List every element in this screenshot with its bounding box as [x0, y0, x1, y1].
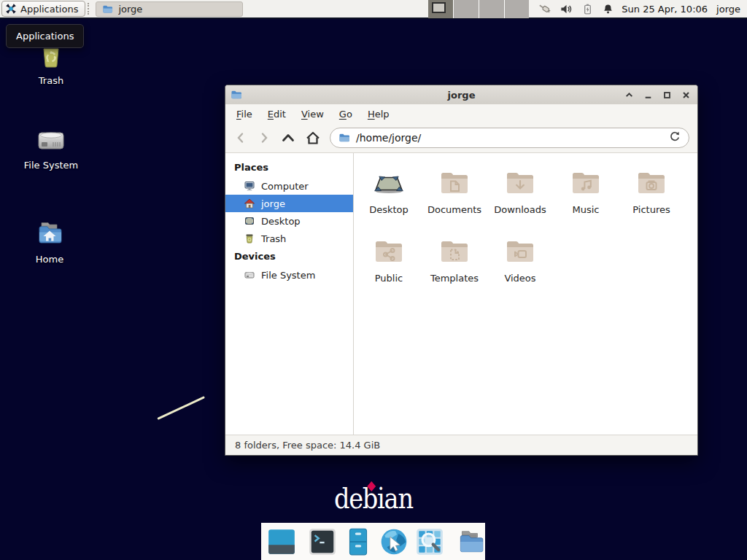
- dock-web-browser-button[interactable]: [379, 526, 409, 557]
- computer-icon: [244, 180, 255, 192]
- folder-downloads-label: Downloads: [494, 204, 546, 215]
- menu-help[interactable]: Help: [368, 109, 390, 120]
- location-folder-icon: [338, 132, 350, 144]
- applications-menu-button[interactable]: Applications: [1, 1, 85, 17]
- applications-menu-label: Applications: [20, 4, 78, 15]
- harddrive-icon: [244, 269, 255, 281]
- dock-file-cabinet-button[interactable]: [343, 526, 374, 557]
- show-desktop-icon: [266, 526, 297, 557]
- home-icon: [244, 198, 255, 209]
- folder-pictures-label: Pictures: [632, 204, 670, 215]
- music-folder-icon: [568, 166, 603, 201]
- sidebar-places-header: Places: [225, 158, 353, 177]
- folder-downloads[interactable]: Downloads: [487, 160, 553, 229]
- file-manager-icon: [455, 526, 486, 557]
- location-bar[interactable]: /home/jorge/: [330, 128, 689, 148]
- trash-icon: [244, 233, 255, 244]
- workspace-window-preview: [432, 2, 446, 13]
- up-button[interactable]: [280, 131, 296, 145]
- folder-desktop-label: Desktop: [369, 204, 409, 215]
- sidebar-item-filesystem-label: File System: [261, 270, 315, 281]
- shade-button[interactable]: [624, 90, 634, 100]
- sidebar-item-desktop[interactable]: Desktop: [225, 212, 353, 230]
- dock-terminal-button[interactable]: [307, 526, 338, 557]
- workspace-2[interactable]: [453, 0, 479, 18]
- workspace-3[interactable]: [479, 0, 504, 18]
- window-folder-icon: [231, 89, 242, 101]
- sidebar-devices-header: Devices: [225, 247, 353, 266]
- statusbar-text: 8 folders, Free space: 14.4 GiB: [235, 440, 380, 451]
- taskbar-folder-icon: [102, 4, 113, 15]
- forward-button[interactable]: [257, 131, 271, 145]
- pictures-folder-icon: [634, 166, 669, 201]
- panel-clock[interactable]: Sun 25 Apr, 10:06: [622, 4, 708, 15]
- public-folder-icon: [371, 234, 406, 269]
- file-list[interactable]: Desktop Documents: [354, 153, 697, 435]
- folder-pictures[interactable]: Pictures: [619, 160, 684, 229]
- desktop-surface-icon: [371, 166, 406, 201]
- menubar: File Edit View Go Help: [225, 104, 697, 123]
- sidebar-item-jorge[interactable]: jorge: [225, 195, 353, 212]
- folder-desktop[interactable]: Desktop: [356, 160, 422, 229]
- maximize-button[interactable]: [662, 90, 672, 100]
- top-panel: Applications jorge: [0, 0, 747, 19]
- applications-tooltip-text: Applications: [16, 31, 74, 42]
- sidebar-item-trash[interactable]: Trash: [225, 230, 353, 247]
- sidebar-item-jorge-label: jorge: [261, 198, 285, 209]
- reload-button[interactable]: [669, 131, 681, 145]
- workspace-4[interactable]: [504, 0, 530, 18]
- statusbar: 8 folders, Free space: 14.4 GiB: [225, 435, 697, 455]
- battery-icon[interactable]: [581, 2, 594, 16]
- sidebar-item-filesystem[interactable]: File System: [225, 266, 353, 284]
- menu-view[interactable]: View: [301, 109, 324, 120]
- sidebar-item-desktop-label: Desktop: [261, 216, 301, 227]
- folder-videos[interactable]: Videos: [487, 229, 553, 298]
- close-button[interactable]: [681, 90, 691, 100]
- dock: [261, 523, 485, 560]
- file-manager-window: jorge File Edit View Go Help: [225, 85, 698, 456]
- toolbar: /home/jorge/: [225, 123, 697, 153]
- panel-grip: [88, 3, 92, 15]
- folder-templates-label: Templates: [430, 273, 479, 284]
- window-title: jorge: [448, 90, 476, 101]
- taskbar-item-jorge[interactable]: jorge: [96, 1, 243, 17]
- wallpaper-line: [157, 396, 205, 420]
- dock-file-manager-button[interactable]: [455, 526, 486, 557]
- notification-bell-icon[interactable]: [602, 2, 614, 16]
- dock-app-finder-button[interactable]: [414, 526, 445, 557]
- desktop-icon-filesystem[interactable]: File System: [15, 122, 88, 171]
- sidebar-item-computer-label: Computer: [261, 181, 309, 192]
- volume-icon[interactable]: [560, 2, 573, 16]
- workspace-1[interactable]: [428, 0, 453, 18]
- folder-public[interactable]: Public: [356, 229, 422, 298]
- power-adapter-icon[interactable]: [538, 2, 551, 16]
- desktop-icon: [244, 215, 255, 227]
- minimize-button[interactable]: [643, 90, 653, 100]
- templates-folder-icon: [437, 234, 472, 269]
- desktop-icon-trash-label: Trash: [15, 75, 88, 86]
- location-input[interactable]: /home/jorge/: [356, 132, 663, 144]
- debian-wallpaper-logo: debian: [334, 481, 413, 515]
- desktop-icon-home[interactable]: Home: [13, 217, 86, 265]
- window-titlebar[interactable]: jorge: [225, 85, 697, 104]
- downloads-folder-icon: [503, 166, 538, 201]
- harddrive-icon: [34, 122, 69, 158]
- applications-tooltip: Applications: [6, 24, 84, 48]
- sidebar-item-computer[interactable]: Computer: [225, 177, 353, 195]
- folder-music-label: Music: [573, 204, 600, 215]
- folder-templates[interactable]: Templates: [422, 229, 487, 298]
- dock-show-desktop-button[interactable]: [266, 526, 297, 557]
- menu-go[interactable]: Go: [339, 109, 352, 120]
- documents-folder-icon: [437, 166, 472, 201]
- desktop-icon-filesystem-label: File System: [15, 160, 88, 171]
- back-button[interactable]: [233, 131, 248, 145]
- system-tray: [538, 2, 614, 16]
- panel-username[interactable]: jorge: [716, 4, 740, 15]
- folder-documents[interactable]: Documents: [422, 160, 487, 229]
- menu-file[interactable]: File: [236, 109, 252, 120]
- folder-music[interactable]: Music: [553, 160, 619, 229]
- web-browser-icon: [379, 526, 409, 557]
- home-button[interactable]: [305, 131, 321, 146]
- menu-edit[interactable]: Edit: [268, 109, 286, 120]
- workspace-switcher: [428, 0, 529, 18]
